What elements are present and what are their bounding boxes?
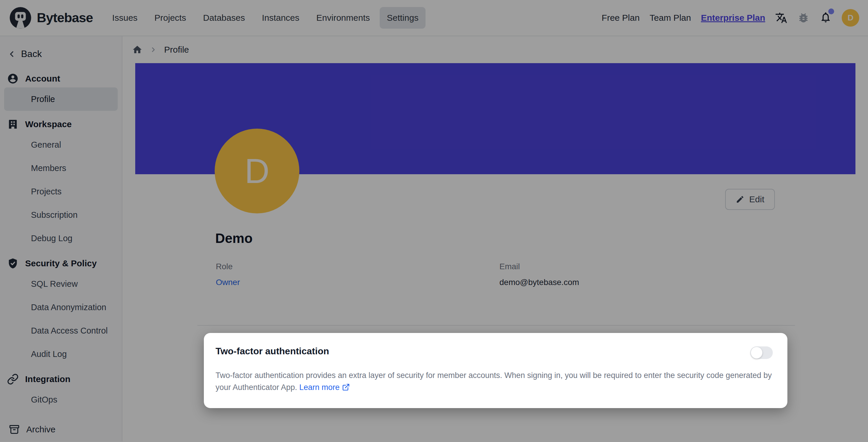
- learn-more-link[interactable]: Learn more: [299, 383, 350, 392]
- two-factor-toggle[interactable]: [750, 346, 773, 359]
- learn-more-label: Learn more: [299, 383, 340, 392]
- two-factor-title: Two-factor authentication: [216, 346, 329, 357]
- two-factor-card: Two-factor authentication Two-factor aut…: [204, 333, 787, 408]
- two-factor-description: Two-factor authentication provides an ex…: [216, 370, 773, 393]
- external-link-icon: [342, 383, 350, 391]
- toggle-knob: [751, 347, 763, 359]
- two-factor-description-text: Two-factor authentication provides an ex…: [216, 371, 772, 392]
